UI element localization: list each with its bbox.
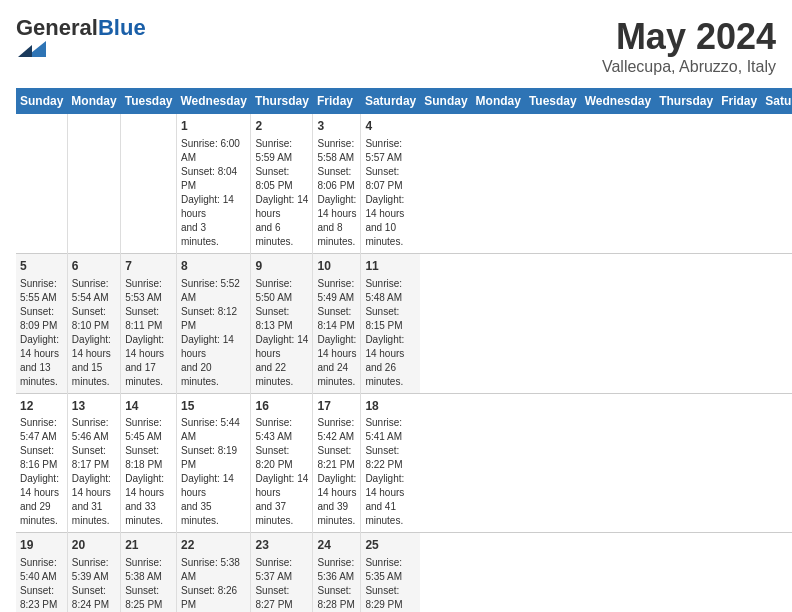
day-number: 8 (181, 258, 246, 275)
day-number: 24 (317, 537, 356, 554)
calendar-cell: 16Sunrise: 5:43 AM Sunset: 8:20 PM Dayli… (251, 393, 313, 533)
calendar-cell: 19Sunrise: 5:40 AM Sunset: 8:23 PM Dayli… (16, 533, 67, 612)
calendar-table: SundayMondayTuesdayWednesdayThursdayFrid… (16, 88, 792, 612)
day-header-thursday: Thursday (655, 88, 717, 114)
day-number: 4 (365, 118, 416, 135)
day-number: 2 (255, 118, 308, 135)
day-content: Sunrise: 5:45 AM Sunset: 8:18 PM Dayligh… (125, 416, 172, 528)
calendar-cell (121, 114, 177, 253)
day-header-tuesday: Tuesday (121, 88, 177, 114)
calendar-cell: 7Sunrise: 5:53 AM Sunset: 8:11 PM Daylig… (121, 253, 177, 393)
day-content: Sunrise: 5:38 AM Sunset: 8:26 PM Dayligh… (181, 556, 246, 612)
day-content: Sunrise: 5:52 AM Sunset: 8:12 PM Dayligh… (181, 277, 246, 389)
day-content: Sunrise: 5:35 AM Sunset: 8:29 PM Dayligh… (365, 556, 416, 612)
logo-general-text: General (16, 15, 98, 40)
day-content: Sunrise: 5:54 AM Sunset: 8:10 PM Dayligh… (72, 277, 116, 389)
calendar-cell: 24Sunrise: 5:36 AM Sunset: 8:28 PM Dayli… (313, 533, 361, 612)
day-content: Sunrise: 5:57 AM Sunset: 8:07 PM Dayligh… (365, 137, 416, 249)
day-content: Sunrise: 6:00 AM Sunset: 8:04 PM Dayligh… (181, 137, 246, 249)
day-header-friday: Friday (313, 88, 361, 114)
day-number: 14 (125, 398, 172, 415)
day-content: Sunrise: 5:48 AM Sunset: 8:15 PM Dayligh… (365, 277, 416, 389)
day-content: Sunrise: 5:38 AM Sunset: 8:25 PM Dayligh… (125, 556, 172, 612)
day-content: Sunrise: 5:49 AM Sunset: 8:14 PM Dayligh… (317, 277, 356, 389)
logo: GeneralBlue (16, 16, 146, 64)
calendar-cell: 22Sunrise: 5:38 AM Sunset: 8:26 PM Dayli… (176, 533, 250, 612)
calendar-cell: 2Sunrise: 5:59 AM Sunset: 8:05 PM Daylig… (251, 114, 313, 253)
logo-blue-text: Blue (98, 15, 146, 40)
day-header-tuesday: Tuesday (525, 88, 581, 114)
day-content: Sunrise: 5:46 AM Sunset: 8:17 PM Dayligh… (72, 416, 116, 528)
calendar-cell: 21Sunrise: 5:38 AM Sunset: 8:25 PM Dayli… (121, 533, 177, 612)
day-content: Sunrise: 5:41 AM Sunset: 8:22 PM Dayligh… (365, 416, 416, 528)
day-number: 3 (317, 118, 356, 135)
day-number: 16 (255, 398, 308, 415)
day-number: 6 (72, 258, 116, 275)
day-number: 25 (365, 537, 416, 554)
day-content: Sunrise: 5:59 AM Sunset: 8:05 PM Dayligh… (255, 137, 308, 249)
day-number: 21 (125, 537, 172, 554)
calendar-cell: 10Sunrise: 5:49 AM Sunset: 8:14 PM Dayli… (313, 253, 361, 393)
calendar-cell: 1Sunrise: 6:00 AM Sunset: 8:04 PM Daylig… (176, 114, 250, 253)
day-number: 7 (125, 258, 172, 275)
day-header-friday: Friday (717, 88, 761, 114)
calendar-cell: 20Sunrise: 5:39 AM Sunset: 8:24 PM Dayli… (67, 533, 120, 612)
day-content: Sunrise: 5:42 AM Sunset: 8:21 PM Dayligh… (317, 416, 356, 528)
day-number: 1 (181, 118, 246, 135)
day-content: Sunrise: 5:44 AM Sunset: 8:19 PM Dayligh… (181, 416, 246, 528)
calendar-cell: 3Sunrise: 5:58 AM Sunset: 8:06 PM Daylig… (313, 114, 361, 253)
day-number: 11 (365, 258, 416, 275)
day-header-thursday: Thursday (251, 88, 313, 114)
calendar-cell: 23Sunrise: 5:37 AM Sunset: 8:27 PM Dayli… (251, 533, 313, 612)
calendar-cell: 13Sunrise: 5:46 AM Sunset: 8:17 PM Dayli… (67, 393, 120, 533)
day-content: Sunrise: 5:53 AM Sunset: 8:11 PM Dayligh… (125, 277, 172, 389)
calendar-cell: 18Sunrise: 5:41 AM Sunset: 8:22 PM Dayli… (361, 393, 420, 533)
day-content: Sunrise: 5:50 AM Sunset: 8:13 PM Dayligh… (255, 277, 308, 389)
day-header-sunday: Sunday (420, 88, 471, 114)
day-number: 23 (255, 537, 308, 554)
day-number: 18 (365, 398, 416, 415)
day-content: Sunrise: 5:47 AM Sunset: 8:16 PM Dayligh… (20, 416, 63, 528)
calendar-cell (67, 114, 120, 253)
day-header-sunday: Sunday (16, 88, 67, 114)
day-header-monday: Monday (67, 88, 120, 114)
calendar-header-row: SundayMondayTuesdayWednesdayThursdayFrid… (16, 88, 792, 114)
calendar-cell: 12Sunrise: 5:47 AM Sunset: 8:16 PM Dayli… (16, 393, 67, 533)
calendar-cell: 15Sunrise: 5:44 AM Sunset: 8:19 PM Dayli… (176, 393, 250, 533)
day-number: 20 (72, 537, 116, 554)
calendar-cell: 14Sunrise: 5:45 AM Sunset: 8:18 PM Dayli… (121, 393, 177, 533)
svg-marker-1 (18, 45, 32, 57)
calendar-cell: 9Sunrise: 5:50 AM Sunset: 8:13 PM Daylig… (251, 253, 313, 393)
title-block: May 2024 Vallecupa, Abruzzo, Italy (602, 16, 776, 76)
day-number: 10 (317, 258, 356, 275)
calendar-cell: 17Sunrise: 5:42 AM Sunset: 8:21 PM Dayli… (313, 393, 361, 533)
calendar-week-row: 12Sunrise: 5:47 AM Sunset: 8:16 PM Dayli… (16, 393, 792, 533)
calendar-cell: 5Sunrise: 5:55 AM Sunset: 8:09 PM Daylig… (16, 253, 67, 393)
calendar-cell: 8Sunrise: 5:52 AM Sunset: 8:12 PM Daylig… (176, 253, 250, 393)
calendar-cell: 25Sunrise: 5:35 AM Sunset: 8:29 PM Dayli… (361, 533, 420, 612)
logo-icon (18, 36, 46, 64)
day-content: Sunrise: 5:40 AM Sunset: 8:23 PM Dayligh… (20, 556, 63, 612)
day-content: Sunrise: 5:37 AM Sunset: 8:27 PM Dayligh… (255, 556, 308, 612)
page-header: GeneralBlue May 2024 Vallecupa, Abruzzo,… (16, 16, 776, 76)
day-header-wednesday: Wednesday (176, 88, 250, 114)
day-number: 17 (317, 398, 356, 415)
calendar-cell: 11Sunrise: 5:48 AM Sunset: 8:15 PM Dayli… (361, 253, 420, 393)
day-content: Sunrise: 5:58 AM Sunset: 8:06 PM Dayligh… (317, 137, 356, 249)
calendar-cell: 4Sunrise: 5:57 AM Sunset: 8:07 PM Daylig… (361, 114, 420, 253)
day-header-saturday: Saturday (361, 88, 420, 114)
subtitle: Vallecupa, Abruzzo, Italy (602, 58, 776, 76)
day-number: 9 (255, 258, 308, 275)
calendar-week-row: 1Sunrise: 6:00 AM Sunset: 8:04 PM Daylig… (16, 114, 792, 253)
day-number: 22 (181, 537, 246, 554)
main-title: May 2024 (602, 16, 776, 58)
day-header-monday: Monday (472, 88, 525, 114)
day-number: 5 (20, 258, 63, 275)
day-content: Sunrise: 5:43 AM Sunset: 8:20 PM Dayligh… (255, 416, 308, 528)
day-number: 12 (20, 398, 63, 415)
calendar-cell (16, 114, 67, 253)
calendar-week-row: 19Sunrise: 5:40 AM Sunset: 8:23 PM Dayli… (16, 533, 792, 612)
day-content: Sunrise: 5:55 AM Sunset: 8:09 PM Dayligh… (20, 277, 63, 389)
day-header-saturday: Saturday (761, 88, 792, 114)
day-number: 19 (20, 537, 63, 554)
